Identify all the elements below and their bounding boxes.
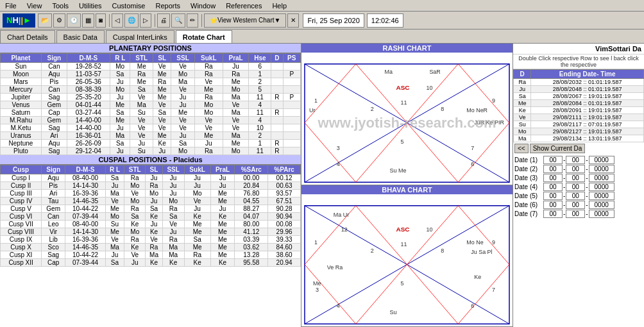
- vimsottari-row[interactable]: Ma29/08/2134 :: 13:01:19.587: [514, 135, 644, 142]
- date-input-mm[interactable]: [566, 183, 585, 191]
- cuspal-row[interactable]: Cusp IIPis14-14-30JuMoRaJuJuJu20.8400.63: [1, 182, 301, 190]
- date-input-mm[interactable]: [566, 210, 585, 218]
- menu-reports[interactable]: Reports: [151, 1, 186, 10]
- toolbar-nav2[interactable]: ▷: [140, 13, 151, 28]
- planetary-row[interactable]: MarsPis26-05-36JuMeRaMaVeMe2: [1, 78, 301, 86]
- cuspal-row[interactable]: Cusp XISag10-44-22JuVeMaMaRaMe13.2838.60: [1, 251, 301, 259]
- planetary-cell: Ju: [110, 94, 130, 101]
- menu-references[interactable]: References: [221, 1, 267, 10]
- tab-cuspal-interlinks[interactable]: Cuspal InterLinks: [106, 30, 174, 43]
- svg-text:7: 7: [471, 145, 474, 151]
- menu-file[interactable]: File: [0, 1, 22, 10]
- planetary-row[interactable]: M.RahuGem14-40-00MeVeVeVeVeVe4: [1, 117, 301, 124]
- cuspal-cell: Ma: [105, 244, 124, 251]
- vimsottari-table: D Ending Date- Time Ra28/08/2032 :: 01:0…: [513, 69, 644, 142]
- date-input-yyyy[interactable]: [589, 210, 614, 218]
- date-input-mm[interactable]: [566, 165, 585, 173]
- date-input-yyyy[interactable]: [589, 192, 614, 200]
- cuspal-table: CuspSignD-M-SR LSTLSLSSLSukLPraL%SArc%PA…: [0, 165, 301, 267]
- menu-help[interactable]: Help: [267, 1, 292, 10]
- menu-view[interactable]: View: [22, 1, 47, 10]
- planetary-row[interactable]: MoonAqu11-03-57SaRaMeMoRaRa1P: [1, 71, 301, 78]
- prev-button[interactable]: <<: [514, 144, 529, 153]
- planetary-row[interactable]: SaturnCap03-27-44SaSuSaMeMoMa11R: [1, 109, 301, 117]
- cuspal-row[interactable]: Cusp IVTau14-46-35VeMoJuMoVeMe04.5567.51: [1, 197, 301, 205]
- cuspal-row[interactable]: Cusp VGem10-44-22MeRaSaRaJuJu88.2790.28: [1, 205, 301, 213]
- date-input-dd[interactable]: [543, 201, 563, 209]
- toolbar-close[interactable]: ✕: [287, 13, 299, 28]
- toolbar-clock[interactable]: 🕐: [67, 13, 81, 28]
- toolbar-print[interactable]: 🖨: [157, 13, 170, 28]
- cuspal-row[interactable]: Cusp VIIIVir14-14-30MeMoKeJuMeMe41.1229.…: [1, 228, 301, 236]
- menu-customise[interactable]: Customise: [107, 1, 151, 10]
- planetary-row[interactable]: PlutoSag29-12-04JuSuJuMoRaMo11R: [1, 147, 301, 155]
- planetary-row[interactable]: M.KetuSag14-40-00JuVeVeVeVeVe10: [1, 124, 301, 132]
- planetary-col-r-l: R L: [110, 54, 130, 63]
- view-western-button[interactable]: ⭐ View Western Chart ▼: [204, 13, 286, 28]
- cuspal-row[interactable]: Cusp IAqu08-40-00SaRaJuJuJuJu00.0000.12: [1, 174, 301, 182]
- vimsottari-row[interactable]: Su29/08/2117 :: 07:01:19.587: [514, 121, 644, 128]
- date-input-dd[interactable]: [543, 156, 563, 164]
- date-input-yyyy[interactable]: [589, 183, 614, 191]
- planetary-row[interactable]: MercuryCan08-38-39MoSaMeVeMeMo5: [1, 86, 301, 94]
- planetary-row[interactable]: SunCan19-28-52MoMeVeVeRaJu6: [1, 63, 301, 71]
- cuspal-row[interactable]: Cusp IIIAri16-39-36MaVeMoJuMoMe76.8093.5…: [1, 190, 301, 197]
- menu-utilities[interactable]: Utilities: [74, 1, 106, 10]
- vimsottari-row[interactable]: Mo29/08/2127 :: 19:01:19.587: [514, 128, 644, 135]
- date-input-mm[interactable]: [566, 192, 585, 200]
- date-input-dd[interactable]: [543, 183, 563, 191]
- date-input-dd[interactable]: [543, 174, 563, 182]
- planetary-row[interactable]: UranusAri16-36-01MaVeMeJuMeMa2: [1, 132, 301, 140]
- toolbar-edit[interactable]: ✏: [187, 13, 198, 28]
- toolbar-globe[interactable]: 🌐: [124, 13, 139, 28]
- vimsottari-row[interactable]: Ve29/08/2111 :: 19:01:19.587: [514, 114, 644, 121]
- time-text: 12:02:46: [371, 17, 399, 24]
- date-input-mm[interactable]: [566, 174, 585, 182]
- vimsottari-row[interactable]: Me28/08/2084 :: 01:01:19.587: [514, 100, 644, 107]
- cuspal-row[interactable]: Cusp XIICap07-39-44SaJuKeKeKeKe95.5820.9…: [1, 259, 301, 267]
- planetary-cell: [283, 63, 300, 71]
- tab-chart-details[interactable]: Chart Details: [0, 30, 55, 43]
- vimsottari-row[interactable]: Sa28/08/2067 :: 19:01:19.587: [514, 93, 644, 100]
- left-panel: PLANETARY POSITIONS PlanetSignD-M-SR LST…: [0, 44, 301, 327]
- vimsottari-row[interactable]: Ra28/08/2032 :: 01:01:19.587: [514, 79, 644, 86]
- planetary-cell: Pluto: [1, 147, 42, 155]
- vimsottari-row[interactable]: Ju28/08/2048 :: 01:01:19.587: [514, 86, 644, 93]
- date-input-dd[interactable]: [543, 192, 563, 200]
- vimsottari-row[interactable]: Ke28/08/2091 :: 19:01:19.587: [514, 107, 644, 114]
- date-input-yyyy[interactable]: [589, 165, 614, 173]
- planetary-cell: 11-03-57: [67, 71, 110, 78]
- cuspal-row[interactable]: Cusp VICan07-39-44MoSaKeSaKeKe04.0790.94: [1, 213, 301, 221]
- tab-basic-data[interactable]: Basic Data: [56, 30, 105, 43]
- toolbar-nav1[interactable]: ◁: [112, 13, 123, 28]
- vimsottari-date: 28/08/2067 :: 19:01:19.587: [531, 93, 644, 100]
- toolbar-img2[interactable]: ◙: [96, 13, 106, 28]
- toolbar-open[interactable]: 📂: [38, 13, 52, 28]
- date-input-yyyy[interactable]: [589, 174, 614, 182]
- date-input-yyyy[interactable]: [589, 201, 614, 209]
- date-input-yyyy[interactable]: [589, 156, 614, 164]
- date-input-mm[interactable]: [566, 201, 585, 209]
- cuspal-cell: Cusp VI: [1, 213, 42, 221]
- planetary-cell: Ju: [171, 132, 195, 140]
- svg-text:2: 2: [371, 247, 374, 254]
- cuspal-row[interactable]: Cusp IXLib16-39-36VeRaVeRaSaMe03.3939.33: [1, 236, 301, 244]
- cuspal-row[interactable]: Cusp XSco14-46-35MaKeRaMaMeMe03.6284.60: [1, 244, 301, 251]
- svg-text:5: 5: [401, 280, 404, 287]
- planetary-row[interactable]: NeptuneAqu26-26-09SaJuKeSaJuMe1R: [1, 140, 301, 147]
- planetary-row[interactable]: JupiterSag25-35-20JuVeMeJuRaMa11RP: [1, 94, 301, 101]
- svg-text:Su: Su: [390, 309, 397, 315]
- planetary-cell: Me: [153, 86, 171, 94]
- toolbar-zoom[interactable]: 🔍: [171, 13, 185, 28]
- menu-tools[interactable]: Tools: [47, 1, 74, 10]
- cuspal-row[interactable]: Cusp VIILeo08-40-00SuKeJuVeMeMe80.0000.0…: [1, 221, 301, 228]
- toolbar-settings[interactable]: ⚙: [53, 13, 65, 28]
- menu-window[interactable]: Window: [185, 1, 221, 10]
- date-input-mm[interactable]: [566, 156, 585, 164]
- date-input-dd[interactable]: [543, 210, 563, 218]
- show-current-button[interactable]: Show Current Da: [530, 144, 586, 153]
- planetary-row[interactable]: VenusGem04-01-44MeMaVeJuMoVe4: [1, 101, 301, 109]
- tab-rotate-chart[interactable]: Rotate Chart: [176, 30, 232, 43]
- toolbar-img1[interactable]: ▦: [82, 13, 94, 28]
- date-input-dd[interactable]: [543, 165, 563, 173]
